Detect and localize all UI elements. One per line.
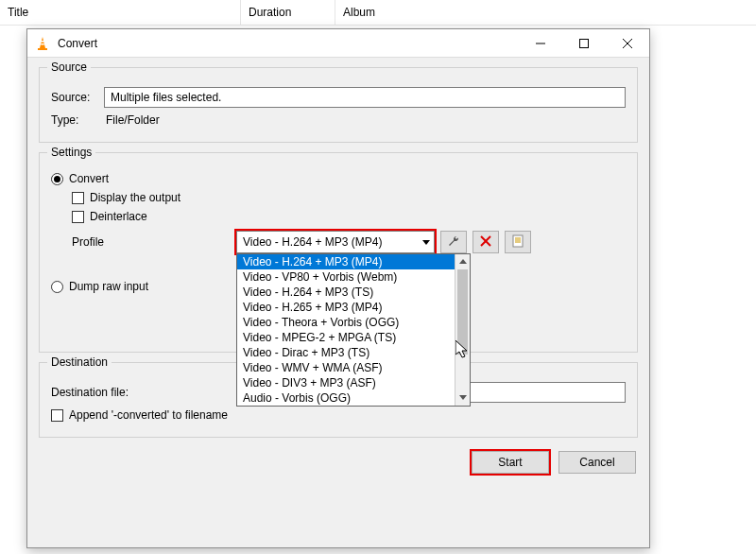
profile-select[interactable]: Video - H.264 + MP3 (MP4) xyxy=(236,231,435,253)
profile-selected-value: Video - H.264 + MP3 (MP4) xyxy=(243,235,383,249)
convert-radio[interactable]: Convert xyxy=(51,172,626,185)
minimize-button[interactable] xyxy=(519,29,562,58)
deinterlace-label: Deinterlace xyxy=(90,210,147,223)
col-album[interactable]: Album xyxy=(335,0,756,25)
profile-option[interactable]: Video - Dirac + MP3 (TS) xyxy=(237,345,470,360)
maximize-button[interactable] xyxy=(562,29,606,58)
new-file-icon xyxy=(512,234,524,251)
new-profile-button[interactable] xyxy=(505,231,531,253)
window-title: Convert xyxy=(58,37,519,50)
scrollbar-thumb[interactable] xyxy=(457,269,468,355)
source-label: Source: xyxy=(51,91,96,104)
display-output-checkbox[interactable]: Display the output xyxy=(72,191,626,204)
radio-icon xyxy=(51,281,63,293)
profile-option[interactable]: Audio - Vorbis (OGG) xyxy=(237,390,470,406)
scroll-up-icon[interactable] xyxy=(455,254,470,269)
dialog-footer: Start Cancel xyxy=(27,443,649,481)
profile-option[interactable]: Video - H.264 + MP3 (MP4) xyxy=(237,254,470,269)
background-table-header: Title Duration Album xyxy=(0,0,756,26)
close-button[interactable] xyxy=(606,29,649,58)
svg-marker-8 xyxy=(422,240,430,245)
source-group: Source Source: Type: File/Folder xyxy=(39,67,638,143)
svg-rect-3 xyxy=(38,48,47,50)
dump-raw-label: Dump raw input xyxy=(69,280,148,293)
svg-rect-5 xyxy=(580,39,589,47)
type-label: Type: xyxy=(51,113,96,127)
profile-option[interactable]: Video - Theora + Vorbis (OGG) xyxy=(237,315,470,330)
source-group-label: Source xyxy=(47,61,91,74)
col-title[interactable]: Title xyxy=(0,0,241,25)
destination-group-label: Destination xyxy=(47,355,112,369)
checkbox-icon xyxy=(72,211,84,223)
settings-group-label: Settings xyxy=(47,146,95,159)
profile-option[interactable]: Video - VP80 + Vorbis (Webm) xyxy=(237,269,470,285)
svg-marker-0 xyxy=(40,37,45,48)
start-button[interactable]: Start xyxy=(472,451,549,474)
append-converted-label: Append '-converted' to filename xyxy=(69,408,228,422)
svg-rect-1 xyxy=(41,41,45,43)
source-input[interactable] xyxy=(104,87,626,108)
svg-marker-10 xyxy=(459,395,467,400)
cancel-button[interactable]: Cancel xyxy=(558,451,636,474)
append-converted-checkbox[interactable]: Append '-converted' to filename xyxy=(51,408,626,422)
wrench-icon xyxy=(447,234,460,251)
type-value: File/Folder xyxy=(104,113,160,127)
svg-rect-13 xyxy=(513,235,523,247)
delete-x-icon xyxy=(480,235,491,250)
profile-label: Profile xyxy=(51,235,231,249)
svg-rect-2 xyxy=(41,43,44,45)
titlebar: Convert xyxy=(27,29,649,58)
radio-icon xyxy=(51,173,63,185)
profile-option[interactable]: Video - H.264 + MP3 (TS) xyxy=(237,285,470,300)
svg-marker-9 xyxy=(459,259,467,264)
display-output-label: Display the output xyxy=(90,191,180,204)
deinterlace-checkbox[interactable]: Deinterlace xyxy=(72,210,626,223)
profile-option[interactable]: Video - H.265 + MP3 (MP4) xyxy=(237,300,470,315)
delete-profile-button[interactable] xyxy=(472,231,499,253)
destination-file-label: Destination file: xyxy=(51,386,249,399)
scroll-down-icon[interactable] xyxy=(455,390,470,406)
chevron-down-icon xyxy=(422,235,430,249)
vlc-cone-icon xyxy=(35,36,50,51)
convert-dialog: Convert Source Source: Type: File/Folder… xyxy=(26,28,650,548)
profile-option[interactable]: Video - WMV + WMA (ASF) xyxy=(237,360,470,375)
profile-dropdown-list[interactable]: Video - H.264 + MP3 (MP4) Video - VP80 +… xyxy=(236,253,471,407)
convert-radio-label: Convert xyxy=(69,172,109,185)
profile-option[interactable]: Video - MPEG-2 + MPGA (TS) xyxy=(237,330,470,345)
profile-option[interactable]: Video - DIV3 + MP3 (ASF) xyxy=(237,375,470,390)
settings-group: Settings Convert Display the output Dein… xyxy=(39,152,638,353)
dropdown-scrollbar[interactable] xyxy=(455,254,470,406)
checkbox-icon xyxy=(51,409,63,422)
edit-profile-button[interactable] xyxy=(440,231,467,253)
checkbox-icon xyxy=(72,192,84,204)
col-duration[interactable]: Duration xyxy=(241,0,335,25)
